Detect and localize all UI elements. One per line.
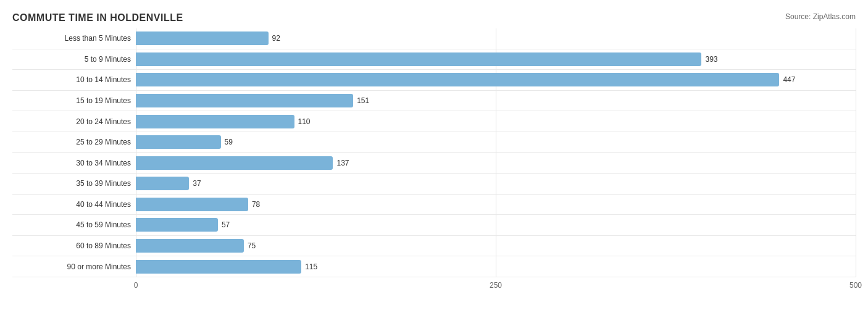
grid-line: [856, 28, 856, 277]
bar-value-label: 75: [248, 241, 256, 250]
bar-fill: [136, 218, 218, 232]
bar-fill: [136, 198, 248, 211]
bar-label: 35 to 39 Minutes: [12, 179, 136, 188]
bar-label: 40 to 44 Minutes: [12, 200, 136, 209]
bar-value-label: 37: [193, 179, 201, 188]
x-axis-label: 0: [134, 281, 138, 290]
bar-track: 110: [136, 111, 856, 132]
bar-value-label: 151: [357, 96, 369, 105]
bar-fill: [136, 260, 301, 274]
bar-label: 90 or more Minutes: [12, 262, 136, 271]
bar-track: 78: [136, 195, 856, 215]
bar-row: 10 to 14 Minutes447: [12, 70, 856, 91]
bar-fill: [136, 52, 701, 66]
bar-label: 10 to 14 Minutes: [12, 75, 136, 84]
bar-label: 30 to 34 Minutes: [12, 159, 136, 167]
bar-value-label: 447: [783, 75, 795, 84]
chart-container: COMMUTE TIME IN HOLDENVILLE Source: ZipA…: [0, 0, 868, 323]
bar-label: 60 to 89 Minutes: [12, 241, 136, 250]
bar-label: 20 to 24 Minutes: [12, 117, 136, 126]
bar-label: Less than 5 Minutes: [12, 34, 136, 43]
bar-track: 115: [136, 256, 856, 277]
bar-fill: [136, 94, 353, 107]
bar-row: Less than 5 Minutes92: [12, 28, 856, 49]
bar-track: 393: [136, 49, 856, 70]
bar-row: 30 to 34 Minutes137: [12, 153, 856, 174]
bar-track: 137: [136, 153, 856, 173]
x-axis-label: 500: [849, 281, 862, 290]
bar-fill: [136, 31, 269, 45]
bar-fill: [136, 156, 333, 170]
bar-row: 40 to 44 Minutes78: [12, 195, 856, 216]
bar-track: 151: [136, 91, 856, 111]
x-axis-label: 250: [490, 281, 502, 290]
bar-label: 25 to 29 Minutes: [12, 138, 136, 146]
bar-value-label: 115: [305, 262, 317, 271]
bar-label: 45 to 59 Minutes: [12, 220, 136, 229]
bar-track: 59: [136, 132, 856, 153]
bar-fill: [136, 135, 221, 149]
bar-row: 25 to 29 Minutes59: [12, 132, 856, 153]
bar-row: 35 to 39 Minutes37: [12, 174, 856, 195]
bar-fill: [136, 73, 779, 86]
bar-fill: [136, 177, 189, 190]
bar-row: 90 or more Minutes115: [12, 256, 856, 277]
bar-track: 92: [136, 28, 856, 49]
bar-fill: [136, 239, 244, 253]
bar-value-label: 137: [336, 159, 349, 167]
bar-track: 57: [136, 215, 856, 235]
bar-value-label: 57: [222, 220, 230, 229]
bar-label: 5 to 9 Minutes: [12, 55, 136, 64]
chart-title: COMMUTE TIME IN HOLDENVILLE: [12, 12, 856, 23]
chart-area: Less than 5 Minutes925 to 9 Minutes39310…: [12, 28, 856, 290]
bar-row: 20 to 24 Minutes110: [12, 111, 856, 132]
bar-track: 447: [136, 70, 856, 90]
bar-fill: [136, 115, 294, 128]
bar-value-label: 78: [252, 200, 260, 209]
bar-track: 75: [136, 236, 856, 256]
bar-row: 15 to 19 Minutes151: [12, 91, 856, 112]
bars-section: Less than 5 Minutes925 to 9 Minutes39310…: [12, 28, 856, 277]
bar-row: 45 to 59 Minutes57: [12, 215, 856, 236]
bar-value-label: 110: [298, 117, 311, 126]
bar-value-label: 393: [705, 55, 717, 64]
bar-value-label: 92: [272, 34, 280, 43]
bar-row: 5 to 9 Minutes393: [12, 49, 856, 70]
bar-track: 37: [136, 174, 856, 194]
source-text: Source: ZipAtlas.com: [785, 12, 856, 21]
x-axis: 0250500: [136, 277, 856, 290]
bar-row: 60 to 89 Minutes75: [12, 236, 856, 257]
bar-label: 15 to 19 Minutes: [12, 96, 136, 105]
bar-value-label: 59: [225, 138, 233, 146]
